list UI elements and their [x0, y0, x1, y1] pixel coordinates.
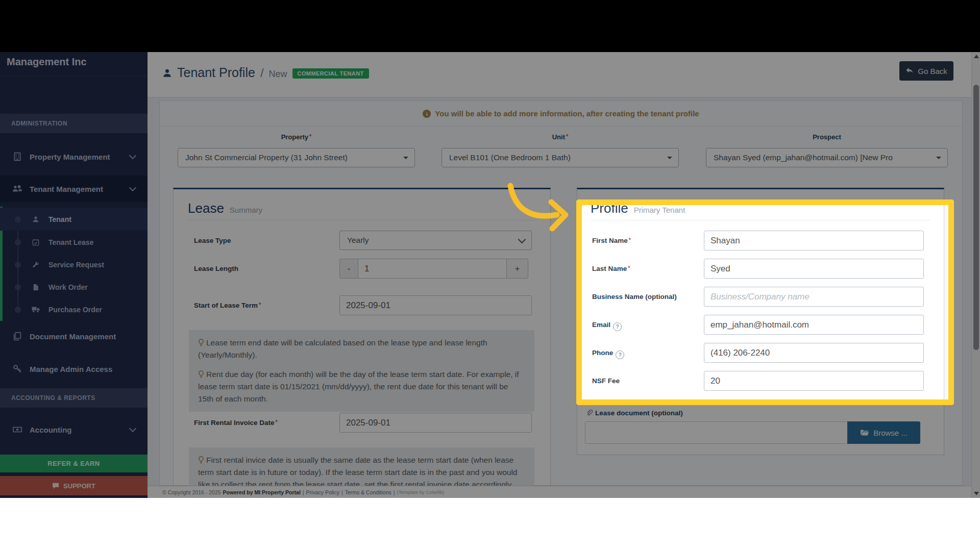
- money-icon: [11, 425, 24, 434]
- sidebar-item-manage-admin-access[interactable]: Manage Admin Access: [0, 355, 148, 383]
- top-letterbox-bar: [0, 0, 980, 52]
- sidebar-item-purchase-order[interactable]: Purchase Order: [0, 298, 148, 321]
- sidebar-item-document-management[interactable]: Document Management: [0, 322, 148, 350]
- scrollbar-thumb[interactable]: [973, 85, 979, 350]
- scroll-up-icon[interactable]: [972, 52, 980, 61]
- terms-link[interactable]: Terms & Conditions: [345, 489, 391, 495]
- phone-label: Phone?: [592, 349, 624, 359]
- lease-length-input[interactable]: [358, 259, 507, 279]
- last-name-label: Last Name*: [592, 265, 630, 272]
- chevron-down-icon: [129, 425, 136, 432]
- email-input[interactable]: [704, 315, 924, 335]
- nsf-fee-input[interactable]: [704, 371, 924, 391]
- last-name-input[interactable]: [704, 259, 924, 279]
- required-asterisk: *: [259, 302, 261, 308]
- sidebar-item-service-request[interactable]: Service Request: [0, 253, 148, 276]
- browse-button[interactable]: Browse ...: [847, 421, 920, 444]
- breadcrumb-separator: /: [260, 66, 264, 80]
- unit-select[interactable]: Level B101 (One Bedroom 1 Bath): [442, 148, 679, 167]
- sidebar-item-tenant-lease[interactable]: Tenant Lease: [0, 231, 148, 254]
- lease-length-increment-button[interactable]: +: [506, 259, 528, 279]
- powered-by-text: Powered by MI Property Portal: [223, 489, 301, 495]
- prospect-label: Prospect: [706, 133, 948, 141]
- hint-end-date: Lease term end date will be calculated b…: [198, 337, 525, 361]
- timeline-dot: [15, 262, 21, 268]
- app-viewport: Management Inc ADMINISTRATION Property M…: [0, 52, 980, 498]
- caret-down-icon: [403, 157, 408, 159]
- unit-label: Unit*: [442, 133, 679, 141]
- bottom-letterbox-strip: [0, 498, 980, 551]
- first-name-input[interactable]: [704, 231, 924, 251]
- phone-input[interactable]: [704, 343, 924, 363]
- vertical-scrollbar[interactable]: [971, 52, 980, 498]
- support-button[interactable]: SUPPORT: [0, 476, 148, 495]
- first-rental-invoice-input[interactable]: [339, 413, 532, 433]
- info-notice-text: You will be able to add more information…: [435, 109, 699, 118]
- chevron-down-icon: [129, 152, 136, 159]
- prospect-select[interactable]: Shayan Syed (emp_jahan@hotmail.com) [New…: [706, 148, 948, 167]
- footer-separator: |: [341, 489, 343, 495]
- scroll-down-icon[interactable]: [972, 489, 980, 498]
- sidebar-item-label: Accounting: [30, 425, 72, 434]
- folder-icon: [860, 429, 869, 436]
- sidebar-item-work-order[interactable]: Work Order: [0, 276, 148, 298]
- sidebar-item-label: Purchase Order: [48, 306, 102, 314]
- sidebar: Management Inc ADMINISTRATION Property M…: [0, 52, 148, 498]
- user-icon: [162, 68, 172, 78]
- caret-down-icon: [667, 157, 672, 159]
- property-label: Property*: [178, 133, 415, 141]
- required-asterisk: *: [629, 237, 631, 243]
- lease-document-filewrap: Browse ...: [585, 421, 920, 444]
- sidebar-item-label: Work Order: [48, 283, 88, 291]
- timeline-dot: [15, 216, 21, 222]
- privacy-policy-link[interactable]: Privacy Policy: [306, 489, 339, 495]
- property-select[interactable]: John St Commercial Property (31 John Str…: [178, 148, 415, 167]
- page-header: Tenant Profile / New COMMERCIAL TENANT G…: [148, 52, 971, 97]
- unit-select-value: Level B101 (One Bedroom 1 Bath): [449, 153, 571, 162]
- lease-length-decrement-button[interactable]: -: [339, 259, 358, 279]
- sidebar-item-tenant[interactable]: Tenant: [0, 208, 148, 231]
- go-back-button[interactable]: Go Back: [899, 61, 953, 81]
- start-of-lease-label: Start of Lease Term*: [194, 302, 261, 309]
- wrench-icon: [30, 261, 41, 268]
- reply-icon: [905, 67, 914, 74]
- sidebar-item-accounting[interactable]: Accounting: [0, 415, 148, 444]
- lease-document-input[interactable]: [585, 421, 848, 444]
- business-name-input[interactable]: [704, 287, 924, 307]
- sidebar-section-administration: ADMINISTRATION: [0, 114, 148, 133]
- truck-icon: [30, 306, 41, 313]
- sidebar-item-tenant-management[interactable]: Tenant Management: [0, 176, 148, 202]
- browse-label: Browse ...: [873, 429, 908, 437]
- tenant-type-badge: COMMERCIAL TENANT: [292, 68, 369, 79]
- first-invoice-hint: First rental invice date is usually the …: [189, 447, 534, 486]
- first-rental-invoice-label: First Rental Invoice Date*: [194, 419, 278, 427]
- nsf-fee-label: NSF Fee: [592, 377, 620, 385]
- required-asterisk: *: [276, 419, 278, 425]
- timeline-dot: [15, 239, 21, 245]
- paperclip-icon: [586, 410, 593, 416]
- prospect-select-value: Shayan Syed (emp_jahan@hotmail.com) [New…: [714, 153, 893, 162]
- start-of-lease-input[interactable]: [339, 295, 532, 315]
- timeline-dot: [15, 307, 21, 313]
- page-subtitle: New: [269, 69, 287, 80]
- sidebar-item-label: Service Request: [48, 261, 104, 269]
- sidebar-item-label: Tenant Management: [30, 185, 103, 193]
- lease-type-value: Yearly: [347, 236, 369, 245]
- lease-type-label: Lease Type: [194, 237, 231, 244]
- lease-document-label: Lease document (optional): [586, 409, 683, 417]
- building-icon: [11, 152, 24, 161]
- timeline-dot: [15, 284, 21, 290]
- required-asterisk: *: [566, 133, 568, 139]
- sidebar-item-property-management[interactable]: Property Management: [0, 142, 148, 171]
- required-asterisk: *: [628, 265, 630, 271]
- chat-icon: [52, 483, 59, 489]
- go-back-label: Go Back: [918, 67, 947, 76]
- sidebar-item-label: Property Management: [30, 153, 110, 161]
- divider: [591, 220, 930, 220]
- lightbulb-icon: [198, 339, 204, 348]
- key-icon: [11, 364, 24, 373]
- calendar-icon: [30, 239, 41, 246]
- lease-type-select[interactable]: Yearly: [339, 231, 532, 250]
- sidebar-item-label: Tenant: [48, 215, 71, 223]
- refer-and-earn-button[interactable]: REFER & EARN: [0, 455, 148, 472]
